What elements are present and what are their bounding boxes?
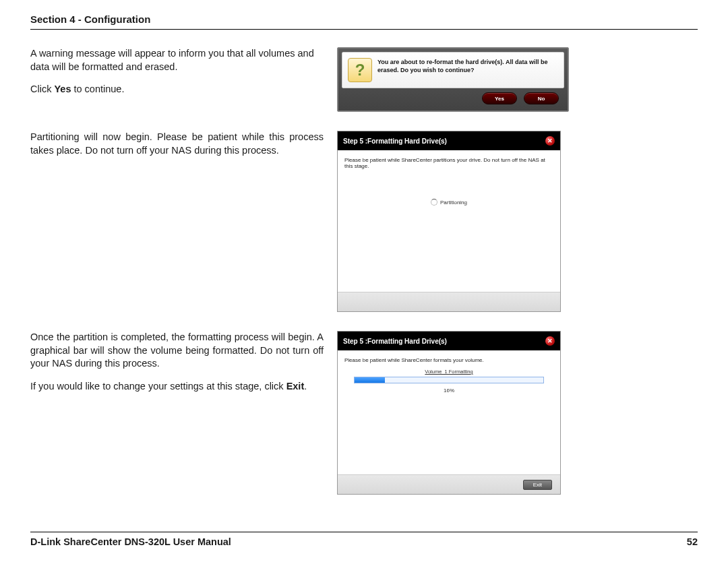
- wizard-partitioning: Step 5 :Formatting Hard Drive(s) ✕ Pleas…: [337, 131, 561, 312]
- progress-percent: 16%: [444, 387, 454, 394]
- spinner-icon: [431, 199, 437, 206]
- wizard-title: Step 5 :Formatting Hard Drive(s): [343, 338, 447, 345]
- volume-label: Volume_1 Formatting: [425, 369, 473, 375]
- block2-text: Partitioning will now begin. Please be p…: [30, 131, 324, 166]
- wizard-note: Please be patient while ShareCenter part…: [338, 150, 560, 172]
- block3-text: Once the partition is completed, the for…: [30, 331, 324, 402]
- block1-para2: Click Yes to continue.: [30, 83, 324, 96]
- section-header: Section 4 - Configuration: [30, 13, 698, 30]
- progress-bar: [354, 377, 544, 383]
- no-button[interactable]: No: [524, 92, 559, 104]
- warning-message: You are about to re-format the hard driv…: [377, 58, 557, 74]
- wizard-footer: [338, 292, 560, 311]
- block1-text: A warning message will appear to inform …: [30, 47, 324, 106]
- page-number: 52: [687, 536, 698, 547]
- progress-bar-fill: [355, 377, 385, 383]
- close-icon[interactable]: ✕: [545, 336, 555, 346]
- block2-para: Partitioning will now begin. Please be p…: [30, 131, 324, 157]
- block1-para1: A warning message will appear to inform …: [30, 47, 324, 73]
- block3-para2: If you would like to change your setting…: [30, 380, 324, 394]
- yes-button[interactable]: Yes: [482, 92, 517, 104]
- wizard-formatting: Step 5 :Formatting Hard Drive(s) ✕ Pleas…: [337, 331, 561, 495]
- wizard-title: Step 5 :Formatting Hard Drive(s): [343, 137, 447, 145]
- partitioning-status: Partitioning: [431, 199, 467, 206]
- footer-title: D-Link ShareCenter DNS-320L User Manual: [30, 536, 231, 547]
- wizard-note: Please be patient while ShareCenter form…: [338, 350, 560, 366]
- close-icon[interactable]: ✕: [545, 136, 555, 146]
- exit-button[interactable]: Exit: [523, 480, 552, 490]
- question-icon: ?: [348, 58, 372, 82]
- block3-para1: Once the partition is completed, the for…: [30, 331, 324, 371]
- warning-dialog: ? You are about to re-format the hard dr…: [337, 47, 569, 112]
